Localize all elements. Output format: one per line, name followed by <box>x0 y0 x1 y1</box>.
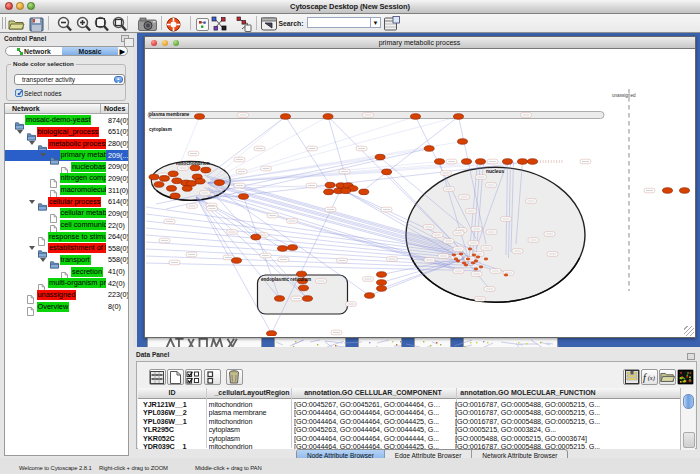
svg-text:nucleus: nucleus <box>486 169 504 174</box>
svg-text:endoplasmic reticulum: endoplasmic reticulum <box>261 277 311 282</box>
svg-text:(x): (x) <box>648 374 655 382</box>
svg-text:mitochondrion: mitochondrion <box>176 161 210 166</box>
svg-text:plasma membrane: plasma membrane <box>149 112 190 117</box>
svg-text:unassigned: unassigned <box>612 93 636 98</box>
svg-text:cytoplasm: cytoplasm <box>149 127 172 132</box>
